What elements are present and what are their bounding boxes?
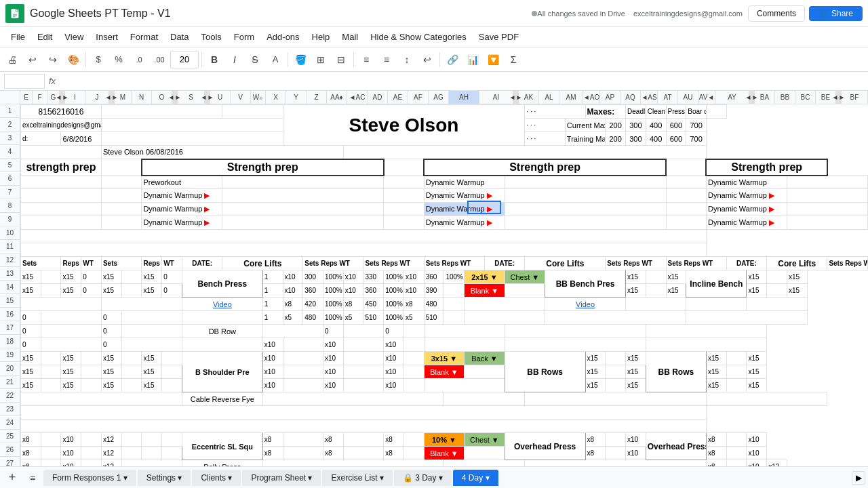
font-size-input[interactable]: 20 — [170, 51, 199, 68]
text-wrap[interactable]: ↩ — [418, 50, 437, 69]
col-am[interactable]: AM — [559, 91, 583, 104]
tab-4-day[interactable]: 4 Day ▾ — [453, 470, 498, 486]
col-i[interactable]: I — [65, 91, 85, 104]
menu-mail[interactable]: Mail — [336, 29, 363, 45]
row-12[interactable]: 12 — [0, 253, 20, 267]
row-3[interactable]: 3 — [0, 131, 20, 145]
function-button[interactable]: Σ — [504, 50, 523, 69]
col-as[interactable]: ◄AS — [641, 91, 658, 104]
col-expand2[interactable]: ◄► — [109, 91, 115, 104]
font-color-button[interactable]: A — [266, 50, 285, 69]
vertical-align[interactable]: ↕ — [397, 50, 416, 69]
col-expand3[interactable]: ◄► — [172, 91, 178, 104]
col-ak[interactable]: AK — [519, 91, 539, 104]
col-an[interactable]: ◄AO — [583, 91, 600, 104]
col-m[interactable]: M — [115, 91, 132, 104]
col-ap[interactable]: AP — [600, 91, 620, 104]
row-20[interactable]: 20 — [0, 362, 20, 375]
filter-button[interactable]: 🔽 — [484, 50, 502, 69]
row-18[interactable]: 18 — [0, 335, 20, 348]
paint-format-button[interactable]: 🎨 — [64, 50, 83, 69]
col-u[interactable]: U — [210, 91, 231, 104]
row-25[interactable]: 25 — [0, 430, 20, 443]
tab-settings[interactable]: Settings ▾ — [138, 470, 191, 486]
tab-clients[interactable]: Clients ▾ — [192, 470, 241, 486]
col-v[interactable]: V — [231, 91, 251, 104]
row-9[interactable]: 9 — [0, 213, 20, 226]
col-aq[interactable]: AQ — [620, 91, 641, 104]
row-26[interactable]: 26 — [0, 443, 20, 457]
menu-tools[interactable]: Tools — [195, 29, 226, 45]
col-ag[interactable]: AG — [429, 91, 449, 104]
menu-addons[interactable]: Add-ons — [261, 29, 304, 45]
col-av[interactable]: AV◄ — [698, 91, 715, 104]
merge-button[interactable]: ⊟ — [332, 50, 351, 69]
row-2[interactable]: 2 — [0, 118, 20, 131]
row-14[interactable]: 14 — [0, 281, 20, 294]
col-e[interactable]: E — [20, 91, 33, 104]
col-ah[interactable]: AH — [449, 91, 479, 104]
row-23[interactable]: 23 — [0, 403, 20, 416]
decrease-decimal[interactable]: .0 — [130, 50, 149, 69]
comments-button[interactable]: Comments — [748, 5, 805, 22]
print-button[interactable]: 🖨 — [3, 50, 22, 69]
strikethrough-button[interactable]: S — [245, 50, 264, 69]
col-y[interactable]: Y — [286, 91, 307, 104]
col-bf-rest[interactable]: BF — [842, 91, 868, 104]
row-4[interactable]: 4 — [0, 145, 20, 159]
percent-button[interactable]: % — [109, 50, 128, 69]
menu-save-pdf[interactable]: Save PDF — [473, 29, 524, 45]
col-x[interactable]: X — [266, 91, 286, 104]
row-17[interactable]: 17 — [0, 321, 20, 335]
col-n[interactable]: N — [132, 91, 152, 104]
col-f[interactable]: F — [33, 91, 47, 104]
menu-format[interactable]: Format — [125, 29, 163, 45]
col-bb[interactable]: BB — [775, 91, 795, 104]
currency-button[interactable]: $ — [89, 50, 108, 69]
row-21[interactable]: 21 — [0, 375, 20, 389]
increase-decimal[interactable]: .00 — [150, 50, 169, 69]
col-at[interactable]: AT — [658, 91, 678, 104]
col-ba[interactable]: BA — [755, 91, 775, 104]
cell-reference[interactable] — [4, 74, 45, 89]
row-24[interactable]: 24 — [0, 416, 20, 430]
sheet-menu-button[interactable]: ≡ — [23, 468, 42, 487]
col-al[interactable]: AL — [539, 91, 559, 104]
tab-scroll-right[interactable]: ▶ — [852, 471, 865, 485]
undo-button[interactable]: ↩ — [23, 50, 42, 69]
col-w[interactable]: W⬨ — [251, 91, 266, 104]
cell-video-mid[interactable]: Video — [182, 298, 262, 311]
col-expand5[interactable]: ◄► — [513, 91, 519, 104]
col-ai[interactable]: AI — [479, 91, 513, 104]
cell-phone[interactable]: 8156216016 — [21, 105, 102, 119]
bold-button[interactable]: B — [205, 50, 224, 69]
menu-insert[interactable]: Insert — [90, 29, 123, 45]
redo-button[interactable]: ↪ — [43, 50, 62, 69]
col-ac[interactable]: ◄AC — [347, 91, 368, 104]
col-au[interactable]: AU — [678, 91, 698, 104]
col-ay[interactable]: AY — [715, 91, 749, 104]
col-expand[interactable]: ◄► — [60, 91, 65, 104]
col-af[interactable]: AF — [408, 91, 429, 104]
fill-color-button[interactable]: 🪣 — [291, 50, 310, 69]
menu-hide-show[interactable]: Hide & Show Categories — [365, 29, 472, 45]
italic-button[interactable]: I — [225, 50, 244, 69]
chart-button[interactable]: 📊 — [463, 50, 482, 69]
align-left[interactable]: ≡ — [357, 50, 376, 69]
row-10[interactable]: 10 — [0, 226, 20, 240]
formula-input[interactable] — [60, 74, 864, 89]
menu-form[interactable]: Form — [229, 29, 260, 45]
col-ae[interactable]: AE — [388, 91, 408, 104]
row-13[interactable]: 13 — [0, 267, 20, 281]
col-expand7[interactable]: ◄► — [836, 91, 842, 104]
row-15[interactable]: 15 — [0, 294, 20, 308]
tab-form-responses[interactable]: Form Responses 1 ▾ — [43, 470, 136, 486]
col-ad[interactable]: AD — [368, 91, 388, 104]
row-6[interactable]: 6 — [0, 172, 20, 186]
menu-data[interactable]: Data — [165, 29, 194, 45]
tab-exercise-list[interactable]: Exercise List ▾ — [322, 470, 392, 486]
cell-video-r15b[interactable]: Video — [545, 298, 626, 311]
share-button[interactable]: 👤 Share — [809, 6, 863, 21]
menu-edit[interactable]: Edit — [32, 29, 58, 45]
col-expand6[interactable]: ◄► — [749, 91, 755, 104]
